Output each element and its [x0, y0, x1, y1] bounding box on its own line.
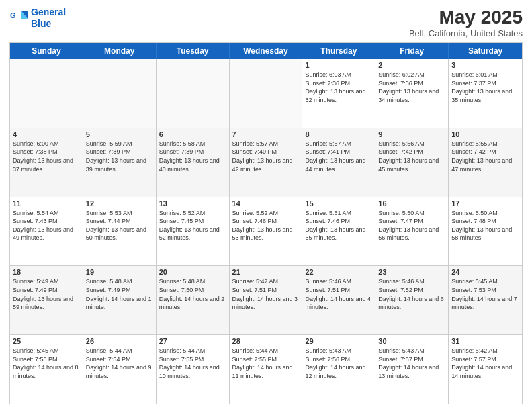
calendar-cell-2-3: 6Sunrise: 5:58 AMSunset: 7:39 PMDaylight… [157, 128, 230, 197]
day-number: 12 [86, 199, 153, 208]
cell-info: Sunrise: 6:00 AMSunset: 7:38 PMDaylight:… [13, 140, 80, 173]
calendar-cell-4-5: 22Sunrise: 5:46 AMSunset: 7:51 PMDayligh… [302, 266, 375, 334]
logo-icon: G [9, 9, 28, 28]
calendar-cell-2-2: 5Sunrise: 5:59 AMSunset: 7:39 PMDaylight… [83, 128, 157, 197]
location-label: Bell, California, United States [409, 28, 523, 38]
calendar-page: G General Blue May 2025 Bell, California… [0, 0, 532, 411]
day-number: 3 [451, 61, 519, 69]
calendar-cell-2-7: 10Sunrise: 5:55 AMSunset: 7:42 PMDayligh… [449, 128, 522, 197]
header-friday: Friday [375, 43, 449, 59]
calendar-row-3: 11Sunrise: 5:54 AMSunset: 7:43 PMDayligh… [10, 197, 522, 267]
calendar-cell-3-6: 16Sunrise: 5:50 AMSunset: 7:47 PMDayligh… [375, 197, 449, 266]
cell-info: Sunrise: 5:48 AMSunset: 7:50 PMDaylight:… [159, 277, 226, 311]
logo-text: General Blue [31, 7, 66, 30]
page-header: G General Blue May 2025 Bell, California… [9, 7, 523, 38]
month-year-title: May 2025 [409, 7, 523, 28]
cell-info: Sunrise: 6:03 AMSunset: 7:36 PMDaylight:… [305, 71, 372, 104]
calendar-cell-4-7: 24Sunrise: 5:45 AMSunset: 7:53 PMDayligh… [449, 266, 522, 334]
calendar-row-5: 25Sunrise: 5:45 AMSunset: 7:53 PMDayligh… [10, 335, 522, 404]
calendar-cell-1-1 [10, 59, 83, 128]
cell-info: Sunrise: 5:43 AMSunset: 7:56 PMDaylight:… [305, 347, 372, 380]
day-number: 29 [305, 337, 372, 345]
calendar-row-4: 18Sunrise: 5:49 AMSunset: 7:49 PMDayligh… [10, 266, 522, 335]
cell-info: Sunrise: 5:57 AMSunset: 7:40 PMDaylight:… [232, 140, 300, 173]
day-number: 23 [378, 268, 445, 276]
day-number: 13 [159, 199, 226, 208]
calendar-cell-1-2 [83, 59, 157, 128]
calendar-cell-2-1: 4Sunrise: 6:00 AMSunset: 7:38 PMDaylight… [10, 128, 83, 197]
cell-info: Sunrise: 5:49 AMSunset: 7:49 PMDaylight:… [13, 277, 80, 311]
calendar-cell-5-4: 28Sunrise: 5:44 AMSunset: 7:55 PMDayligh… [230, 335, 303, 404]
day-number: 26 [86, 337, 153, 345]
day-number: 20 [159, 268, 226, 276]
calendar-cell-3-3: 13Sunrise: 5:52 AMSunset: 7:45 PMDayligh… [157, 197, 230, 266]
day-number: 6 [159, 130, 226, 138]
day-number: 31 [451, 337, 519, 345]
day-number: 2 [378, 61, 445, 69]
day-number: 11 [13, 199, 80, 208]
calendar-cell-1-5: 1Sunrise: 6:03 AMSunset: 7:36 PMDaylight… [302, 59, 375, 128]
svg-text:G: G [10, 11, 16, 19]
day-number: 10 [451, 130, 519, 138]
cell-info: Sunrise: 5:57 AMSunset: 7:41 PMDaylight:… [305, 140, 372, 173]
cell-info: Sunrise: 5:52 AMSunset: 7:46 PMDaylight:… [232, 209, 300, 242]
cell-info: Sunrise: 5:44 AMSunset: 7:55 PMDaylight:… [159, 347, 226, 380]
day-number: 24 [451, 268, 519, 276]
header-sunday: Sunday [10, 43, 83, 59]
calendar-cell-3-4: 14Sunrise: 5:52 AMSunset: 7:46 PMDayligh… [230, 197, 303, 266]
day-number: 15 [305, 199, 372, 208]
cell-info: Sunrise: 5:50 AMSunset: 7:48 PMDaylight:… [451, 209, 519, 242]
calendar-cell-5-1: 25Sunrise: 5:45 AMSunset: 7:53 PMDayligh… [10, 335, 83, 404]
header-wednesday: Wednesday [230, 43, 303, 59]
cell-info: Sunrise: 5:53 AMSunset: 7:44 PMDaylight:… [86, 209, 153, 242]
calendar-cell-1-3 [157, 59, 230, 128]
day-number: 8 [305, 130, 372, 138]
day-number: 25 [13, 337, 80, 345]
cell-info: Sunrise: 5:56 AMSunset: 7:42 PMDaylight:… [378, 140, 445, 173]
cell-info: Sunrise: 5:50 AMSunset: 7:47 PMDaylight:… [378, 209, 445, 242]
day-number: 4 [13, 130, 80, 138]
calendar-cell-4-1: 18Sunrise: 5:49 AMSunset: 7:49 PMDayligh… [10, 266, 83, 334]
calendar-cell-4-3: 20Sunrise: 5:48 AMSunset: 7:50 PMDayligh… [157, 266, 230, 334]
day-number: 18 [13, 268, 80, 276]
cell-info: Sunrise: 5:45 AMSunset: 7:53 PMDaylight:… [451, 277, 519, 311]
cell-info: Sunrise: 5:46 AMSunset: 7:51 PMDaylight:… [305, 277, 372, 311]
header-tuesday: Tuesday [157, 43, 230, 59]
calendar-cell-4-2: 19Sunrise: 5:48 AMSunset: 7:49 PMDayligh… [83, 266, 157, 334]
day-number: 5 [86, 130, 153, 138]
cell-info: Sunrise: 5:58 AMSunset: 7:39 PMDaylight:… [159, 140, 226, 173]
cell-info: Sunrise: 5:42 AMSunset: 7:57 PMDaylight:… [451, 347, 519, 380]
calendar-cell-5-7: 31Sunrise: 5:42 AMSunset: 7:57 PMDayligh… [449, 335, 522, 404]
calendar-cell-3-2: 12Sunrise: 5:53 AMSunset: 7:44 PMDayligh… [83, 197, 157, 266]
cell-info: Sunrise: 5:48 AMSunset: 7:49 PMDaylight:… [86, 277, 153, 311]
logo: G General Blue [9, 7, 66, 30]
calendar-cell-2-5: 8Sunrise: 5:57 AMSunset: 7:41 PMDaylight… [302, 128, 375, 197]
day-number: 27 [159, 337, 226, 345]
calendar-cell-3-7: 17Sunrise: 5:50 AMSunset: 7:48 PMDayligh… [449, 197, 522, 266]
day-number: 7 [232, 130, 300, 138]
day-number: 17 [451, 199, 519, 208]
header-saturday: Saturday [449, 43, 522, 59]
cell-info: Sunrise: 5:43 AMSunset: 7:57 PMDaylight:… [378, 347, 445, 380]
cell-info: Sunrise: 5:52 AMSunset: 7:45 PMDaylight:… [159, 209, 226, 242]
cell-info: Sunrise: 6:01 AMSunset: 7:37 PMDaylight:… [451, 71, 519, 104]
day-number: 9 [378, 130, 445, 138]
calendar-cell-1-4 [230, 59, 303, 128]
day-number: 19 [86, 268, 153, 276]
calendar-cell-1-6: 2Sunrise: 6:02 AMSunset: 7:36 PMDaylight… [375, 59, 449, 128]
cell-info: Sunrise: 5:47 AMSunset: 7:51 PMDaylight:… [232, 277, 300, 311]
calendar-cell-3-1: 11Sunrise: 5:54 AMSunset: 7:43 PMDayligh… [10, 197, 83, 266]
header-monday: Monday [83, 43, 157, 59]
day-number: 28 [232, 337, 300, 345]
calendar-row-2: 4Sunrise: 6:00 AMSunset: 7:38 PMDaylight… [10, 128, 522, 197]
calendar-cell-5-5: 29Sunrise: 5:43 AMSunset: 7:56 PMDayligh… [302, 335, 375, 404]
cell-info: Sunrise: 5:51 AMSunset: 7:46 PMDaylight:… [305, 209, 372, 242]
calendar-header: Sunday Monday Tuesday Wednesday Thursday… [10, 43, 522, 59]
calendar-cell-2-6: 9Sunrise: 5:56 AMSunset: 7:42 PMDaylight… [375, 128, 449, 197]
header-thursday: Thursday [302, 43, 375, 59]
day-number: 30 [378, 337, 445, 345]
cell-info: Sunrise: 6:02 AMSunset: 7:36 PMDaylight:… [378, 71, 445, 104]
day-number: 22 [305, 268, 372, 276]
calendar-row-1: 1Sunrise: 6:03 AMSunset: 7:36 PMDaylight… [10, 59, 522, 128]
calendar-cell-4-6: 23Sunrise: 5:46 AMSunset: 7:52 PMDayligh… [375, 266, 449, 334]
